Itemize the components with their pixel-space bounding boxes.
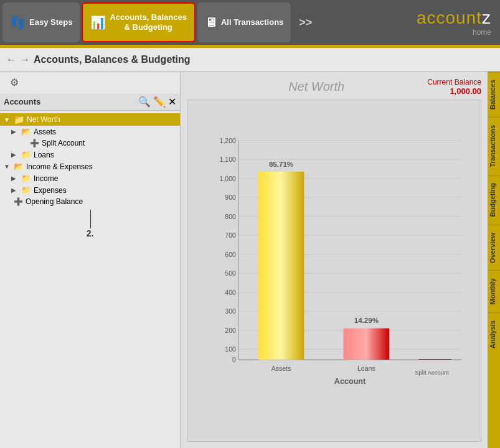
balance-display: Current Balance 1,000.00 [427, 78, 481, 96]
expand-icon: ▼ [4, 116, 11, 123]
balance-label: Current Balance [427, 78, 481, 86]
tree-item-income-expenses[interactable]: ▼ 📂 Income & Expenses [0, 161, 180, 172]
chart-container: 1,200 1,100 1,000 900 800 700 600 500 40… [187, 100, 481, 442]
logo: accountz [417, 8, 491, 28]
annotation-2-label: 2. [0, 210, 180, 238]
tree-label-net-worth: Net Worth [27, 115, 60, 124]
logo-area: accountz home [417, 2, 498, 42]
svg-text:900: 900 [225, 194, 236, 201]
tree-label-split: Split Account [42, 139, 85, 147]
bar-split-account[interactable] [419, 359, 452, 360]
svg-text:200: 200 [225, 327, 236, 334]
balance-value: 1,000.00 [427, 86, 481, 96]
svg-text:400: 400 [225, 289, 236, 296]
main-content: ⚙ Accounts 🔍 ✏️ ✕ ▼ 📁 Net Worth ▶ 📂 Asse… [0, 72, 500, 448]
tab-analysis[interactable]: Analysis [488, 312, 500, 356]
easy-steps-button[interactable]: 👣 Easy Steps [2, 2, 80, 42]
center-area: Net Worth 1. Current Balance 1,000.00 [181, 72, 488, 448]
tree-label-loans: Loans [34, 151, 54, 159]
tree-label-expenses: Expenses [34, 186, 67, 195]
tree-item-income[interactable]: ▶ 📁 Income [0, 172, 180, 184]
footsteps-icon: 👣 [10, 15, 26, 30]
tree-item-opening-balance[interactable]: ➕ Opening Balance [0, 196, 180, 207]
forward-button[interactable]: → [20, 54, 30, 65]
svg-text:700: 700 [225, 231, 236, 239]
tree-label-assets: Assets [34, 128, 56, 136]
tree-item-assets[interactable]: ▶ 📂 Assets [0, 126, 180, 138]
folder-icon-assets: 📂 [21, 127, 31, 136]
annotation-2-text: 2. [87, 228, 94, 238]
breadcrumb-title: Accounts, Balances & Budgeting [34, 54, 191, 65]
svg-text:100: 100 [225, 346, 236, 353]
svg-text:300: 300 [225, 307, 236, 315]
folder-icon-loans: 📁 [21, 150, 31, 159]
tab-monthly[interactable]: Monthly [488, 270, 500, 312]
bar-assets[interactable] [258, 172, 304, 360]
transactions-icon: 🖥 [205, 16, 217, 30]
back-button[interactable]: ← [6, 54, 16, 65]
folder-icon-net-worth: 📁 [14, 114, 24, 124]
folder-icon-income: 📁 [21, 174, 31, 183]
folder-icon-income-expenses: 📂 [14, 162, 24, 171]
tree-item-net-worth[interactable]: ▼ 📁 Net Worth [0, 113, 180, 126]
panel-icon-group: 🔍 ✏️ ✕ [138, 96, 176, 108]
tree-label-income-expenses: Income & Expenses [26, 162, 93, 171]
gear-row: ⚙ [0, 72, 180, 93]
easy-steps-label: Easy Steps [29, 17, 72, 27]
svg-text:600: 600 [225, 251, 236, 258]
left-panel: ⚙ Accounts 🔍 ✏️ ✕ ▼ 📁 Net Worth ▶ 📂 Asse… [0, 72, 181, 448]
right-sidebar: Balances Transactions Budgeting Overview… [488, 72, 500, 448]
tab-budgeting[interactable]: Budgeting [488, 175, 500, 224]
expand-button[interactable]: >> [293, 2, 318, 42]
tab-transactions[interactable]: Transactions [488, 117, 500, 175]
tree-label-opening: Opening Balance [26, 197, 83, 206]
svg-text:Account: Account [334, 377, 366, 386]
net-worth-title: Net Worth [205, 80, 427, 94]
svg-text:Loans: Loans [357, 365, 375, 372]
gear-button[interactable]: ⚙ [5, 74, 24, 91]
svg-text:14.29%: 14.29% [354, 317, 379, 324]
bar-chart: 1,200 1,100 1,000 900 800 700 600 500 40… [212, 106, 474, 410]
account-icon-split: ➕ [30, 139, 39, 147]
accounts-icon: 📊 [90, 15, 106, 30]
tree-label-income: Income [34, 174, 58, 183]
top-nav: 👣 Easy Steps 📊 Accounts, Balances& Budge… [0, 0, 500, 45]
svg-text:Split Account: Split Account [415, 369, 449, 376]
panel-header: Accounts 🔍 ✏️ ✕ [0, 93, 180, 111]
svg-text:500: 500 [225, 269, 236, 277]
tree-item-expenses[interactable]: ▶ 📁 Expenses [0, 184, 180, 196]
all-transactions-button[interactable]: 🖥 All Transactions [197, 2, 291, 42]
all-transactions-label: All Transactions [221, 17, 283, 27]
account-tree: ▼ 📁 Net Worth ▶ 📂 Assets ➕ Split Account… [0, 111, 180, 210]
tab-overview[interactable]: Overview [488, 225, 500, 271]
svg-text:85.71%: 85.71% [269, 161, 293, 168]
logo-subtitle: home [473, 28, 491, 37]
tab-balances[interactable]: Balances [488, 72, 500, 117]
tree-item-loans[interactable]: ▶ 📁 Loans [0, 149, 180, 161]
svg-text:1,000: 1,000 [220, 175, 236, 182]
panel-title: Accounts [4, 97, 138, 106]
breadcrumb-bar: ← → Accounts, Balances & Budgeting [0, 48, 500, 72]
svg-text:Assets: Assets [271, 365, 291, 372]
svg-text:1,100: 1,100 [220, 156, 236, 163]
folder-icon-expenses: 📁 [21, 185, 31, 195]
svg-text:800: 800 [225, 213, 236, 220]
svg-text:1,200: 1,200 [220, 137, 236, 144]
center-header: Net Worth 1. Current Balance 1,000.00 [187, 78, 481, 96]
search-icon[interactable]: 🔍 [138, 96, 151, 108]
account-icon-opening: ➕ [14, 197, 23, 206]
edit-icon[interactable]: ✏️ [153, 96, 166, 108]
tree-item-split-account[interactable]: ➕ Split Account [0, 138, 180, 149]
bar-loans[interactable] [344, 329, 390, 360]
svg-text:0: 0 [232, 356, 236, 363]
accounts-balances-label: Accounts, Balances& Budgeting [110, 12, 187, 32]
accounts-balances-button[interactable]: 📊 Accounts, Balances& Budgeting [82, 2, 196, 42]
close-icon[interactable]: ✕ [168, 96, 176, 108]
